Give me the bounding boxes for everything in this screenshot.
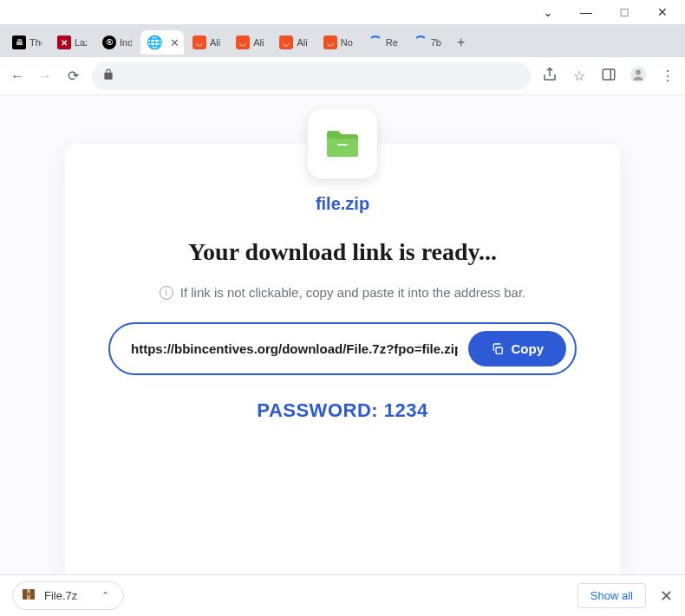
svg-rect-4 <box>337 144 348 146</box>
tab-label: Laz <box>75 37 87 48</box>
forward-button[interactable]: → <box>36 68 54 84</box>
tab-label: No <box>341 37 353 48</box>
info-icon: i <box>160 286 173 300</box>
url-row: https://bbincentives.org/download/File.7… <box>108 322 577 375</box>
loading-spinner-icon <box>369 36 382 49</box>
copy-button[interactable]: Copy <box>468 331 567 366</box>
svg-point-3 <box>636 69 641 75</box>
loading-spinner-icon <box>414 36 427 49</box>
close-tab-icon[interactable]: ✕ <box>170 36 179 49</box>
x-icon: ✕ <box>57 36 71 49</box>
toolbar-right: ☆ ⋮ <box>541 66 676 87</box>
new-tab-button[interactable]: + <box>450 31 472 54</box>
copy-label: Copy <box>512 341 545 356</box>
download-filename: File.7z <box>44 589 77 602</box>
archive-icon <box>22 587 36 604</box>
tab-strip: 🖶 The ✕ Laz ⦿ Ind 🌐 ✕ ◡ Ali ◡ Ali ◡ Ali … <box>0 24 685 57</box>
tab-8[interactable]: Re <box>362 30 405 55</box>
tab-label: Ind <box>120 37 132 48</box>
window-dropdown-icon[interactable]: ⌄ <box>543 7 553 17</box>
tab-2[interactable]: ⦿ Ind <box>95 30 139 55</box>
hint-label: If link is not clickable, copy and paste… <box>180 285 526 300</box>
svg-rect-5 <box>496 347 502 353</box>
menu-icon[interactable]: ⋮ <box>659 68 676 84</box>
printer-icon: 🖶 <box>12 36 26 49</box>
tab-label: The <box>29 37 42 48</box>
shop-icon: ◡ <box>323 36 337 49</box>
tab-6[interactable]: ◡ Ali <box>272 30 314 55</box>
svg-rect-8 <box>28 593 29 595</box>
window-close-icon[interactable]: ✕ <box>657 7 668 17</box>
address-bar[interactable] <box>92 62 531 90</box>
window-maximize-icon[interactable]: □ <box>619 7 630 17</box>
headline: Your download link is ready... <box>108 238 577 266</box>
show-all-button[interactable]: Show all <box>577 583 646 608</box>
tab-label: Ali <box>297 37 307 48</box>
tab-0[interactable]: 🖶 The <box>5 30 49 55</box>
shop-icon: ◡ <box>192 36 206 49</box>
page-content: pcrisk.com file.zip Your download link i… <box>0 95 685 589</box>
tab-label: Re <box>386 37 398 48</box>
copy-icon <box>491 342 505 356</box>
tab-label: Ali <box>253 37 264 48</box>
browser-toolbar: ← → ⟳ ☆ ⋮ <box>0 57 685 95</box>
tab-9[interactable]: 7b <box>407 30 448 55</box>
password-text: PASSWORD: 1234 <box>108 399 577 422</box>
download-card: file.zip Your download link is ready... … <box>65 144 620 589</box>
tab-label: 7b <box>431 37 441 48</box>
hint-text: i If link is not clickable, copy and pas… <box>108 285 577 300</box>
globe-icon: 🌐 <box>147 36 161 49</box>
svg-rect-0 <box>603 69 615 80</box>
window-minimize-icon[interactable]: — <box>581 7 591 17</box>
tab-3-active[interactable]: 🌐 ✕ <box>140 30 184 55</box>
reload-button[interactable]: ⟳ <box>64 68 82 84</box>
shop-icon: ◡ <box>236 36 250 49</box>
lock-icon <box>102 68 114 83</box>
profile-icon[interactable] <box>630 66 647 87</box>
side-panel-icon[interactable] <box>600 67 617 86</box>
tab-1[interactable]: ✕ Laz <box>50 30 94 55</box>
share-icon[interactable] <box>541 67 558 86</box>
close-downloads-icon[interactable]: ✕ <box>660 587 673 606</box>
film-icon: ⦿ <box>102 36 116 49</box>
back-button[interactable]: ← <box>9 68 26 84</box>
filename: file.zip <box>108 194 577 214</box>
window-controls: ⌄ — □ ✕ <box>0 0 685 24</box>
folder-icon <box>308 109 377 178</box>
chevron-up-icon[interactable]: ⌃ <box>101 590 109 601</box>
tab-4[interactable]: ◡ Ali <box>186 30 227 55</box>
downloads-bar: File.7z ⌃ Show all ✕ <box>0 574 685 616</box>
download-url[interactable]: https://bbincentives.org/download/File.7… <box>131 341 458 356</box>
bookmark-star-icon[interactable]: ☆ <box>571 68 588 84</box>
tab-7[interactable]: ◡ No <box>316 30 360 55</box>
tab-5[interactable]: ◡ Ali <box>229 30 271 55</box>
tab-label: Ali <box>210 37 220 48</box>
shop-icon: ◡ <box>279 36 293 49</box>
download-item[interactable]: File.7z ⌃ <box>12 581 124 610</box>
